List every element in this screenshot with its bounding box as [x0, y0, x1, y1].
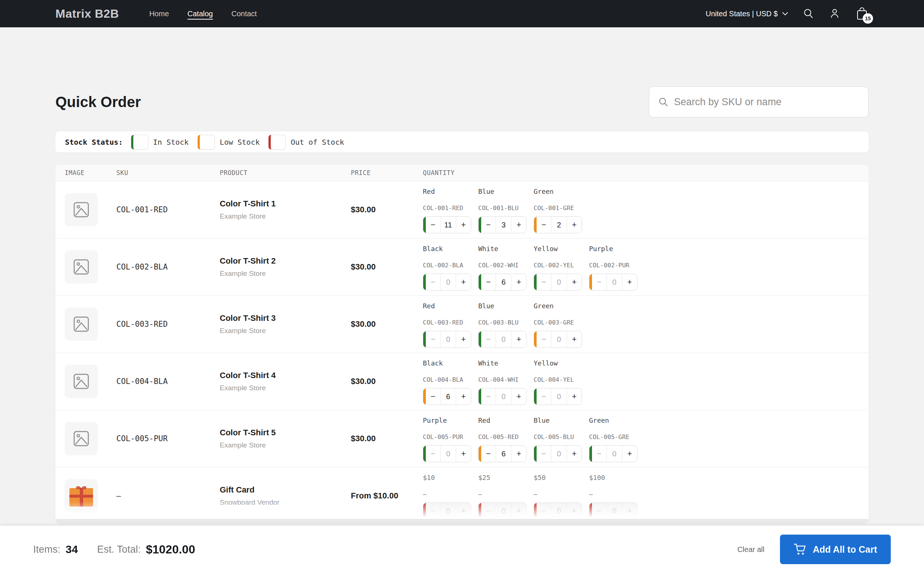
decrease-quantity-button[interactable]: −	[426, 274, 440, 290]
decrease-quantity-button[interactable]: −	[592, 274, 607, 290]
quantity-stepper[interactable]: − 0 +	[589, 503, 637, 520]
quantity-value[interactable]: 0	[607, 274, 622, 290]
decrease-quantity-button[interactable]: −	[426, 503, 440, 519]
increase-quantity-button[interactable]: +	[512, 217, 526, 233]
decrease-quantity-button[interactable]: −	[481, 388, 496, 405]
decrease-quantity-button[interactable]: −	[537, 331, 551, 348]
decrease-quantity-button[interactable]: −	[426, 446, 440, 462]
decrease-quantity-button[interactable]: −	[537, 503, 551, 519]
increase-quantity-button[interactable]: +	[622, 274, 637, 290]
quantity-value[interactable]: 0	[551, 503, 567, 519]
locale-currency-selector[interactable]: United States | USD $	[706, 9, 788, 18]
quantity-stepper[interactable]: − 0 +	[534, 445, 582, 462]
quantity-value[interactable]: 6	[440, 388, 456, 405]
quantity-stepper[interactable]: − 0 +	[423, 331, 471, 348]
decrease-quantity-button[interactable]: −	[537, 274, 551, 290]
quantity-stepper[interactable]: − 3 +	[478, 216, 527, 233]
quantity-value[interactable]: 0	[440, 446, 456, 462]
quantity-value[interactable]: 0	[440, 274, 456, 290]
quantity-value[interactable]: 0	[496, 503, 512, 519]
decrease-quantity-button[interactable]: −	[481, 331, 496, 348]
quantity-value[interactable]: 0	[607, 503, 622, 519]
increase-quantity-button[interactable]: +	[512, 503, 526, 519]
quantity-value[interactable]: 0	[551, 274, 567, 290]
increase-quantity-button[interactable]: +	[567, 274, 582, 290]
quantity-stepper[interactable]: − 0 +	[423, 445, 471, 462]
nav-contact[interactable]: Contact	[231, 9, 257, 18]
increase-quantity-button[interactable]: +	[456, 446, 471, 462]
increase-quantity-button[interactable]: +	[567, 217, 582, 233]
quantity-value[interactable]: 0	[551, 446, 567, 462]
nav-home[interactable]: Home	[149, 9, 169, 18]
logo[interactable]: Matrix B2B	[55, 7, 119, 21]
quantity-stepper[interactable]: − 0 +	[423, 503, 471, 520]
quantity-stepper[interactable]: − 11 +	[423, 216, 471, 233]
quantity-stepper[interactable]: − 0 +	[534, 331, 582, 348]
nav-catalog[interactable]: Catalog	[188, 9, 213, 18]
decrease-quantity-button[interactable]: −	[537, 446, 551, 462]
variants-row: Purple COL-005-PUR − 0 + Red COL-005-RED…	[423, 410, 869, 467]
quantity-value[interactable]: 0	[496, 388, 512, 405]
quantity-stepper[interactable]: − 0 +	[423, 274, 471, 291]
cart-button[interactable]: 15	[855, 7, 869, 21]
quantity-value[interactable]: 0	[440, 331, 456, 348]
decrease-quantity-button[interactable]: −	[481, 503, 496, 519]
quantity-stepper[interactable]: − 0 +	[589, 445, 637, 462]
quantity-value[interactable]: 0	[551, 388, 567, 405]
table-header-row: IMAGE SKU PRODUCT PRICE QUANTITY	[55, 165, 869, 181]
increase-quantity-button[interactable]: +	[567, 388, 582, 405]
decrease-quantity-button[interactable]: −	[592, 446, 607, 462]
decrease-quantity-button[interactable]: −	[537, 217, 551, 233]
increase-quantity-button[interactable]: +	[456, 388, 471, 405]
increase-quantity-button[interactable]: +	[512, 274, 526, 290]
quantity-stepper[interactable]: − 0 +	[534, 503, 582, 520]
account-button[interactable]	[829, 8, 841, 20]
quantity-stepper[interactable]: − 0 +	[589, 274, 637, 291]
decrease-quantity-button[interactable]: −	[426, 217, 440, 233]
increase-quantity-button[interactable]: +	[567, 446, 582, 462]
increase-quantity-button[interactable]: +	[622, 503, 637, 519]
quantity-value[interactable]: 2	[551, 217, 567, 233]
quantity-stepper[interactable]: − 0 +	[534, 274, 582, 291]
increase-quantity-button[interactable]: +	[512, 446, 526, 462]
decrease-quantity-button[interactable]: −	[481, 274, 496, 290]
decrease-quantity-button[interactable]: −	[537, 388, 551, 405]
quantity-value[interactable]: 6	[496, 274, 512, 290]
increase-quantity-button[interactable]: +	[456, 274, 471, 290]
increase-quantity-button[interactable]: +	[567, 503, 582, 519]
quantity-stepper[interactable]: − 0 +	[534, 388, 582, 405]
quantity-value[interactable]: 11	[440, 217, 456, 233]
sku-search-input[interactable]	[674, 96, 859, 108]
quantity-stepper[interactable]: − 6 +	[478, 445, 527, 462]
decrease-quantity-button[interactable]: −	[481, 446, 496, 462]
quantity-value[interactable]: 0	[496, 331, 512, 348]
clear-all-button[interactable]: Clear all	[738, 545, 764, 554]
quantity-stepper[interactable]: − 6 +	[423, 388, 471, 405]
increase-quantity-button[interactable]: +	[456, 217, 471, 233]
horizontal-scrollbar[interactable]	[55, 519, 869, 523]
quantity-value[interactable]: 6	[496, 446, 512, 462]
decrease-quantity-button[interactable]: −	[592, 503, 607, 519]
increase-quantity-button[interactable]: +	[512, 331, 526, 348]
decrease-quantity-button[interactable]: −	[426, 331, 440, 348]
quantity-stepper[interactable]: − 0 +	[478, 331, 527, 348]
increase-quantity-button[interactable]: +	[456, 503, 471, 519]
quantity-value[interactable]: 0	[440, 503, 456, 519]
decrease-quantity-button[interactable]: −	[481, 217, 496, 233]
increase-quantity-button[interactable]: +	[567, 331, 582, 348]
add-all-to-cart-button[interactable]: Add All to Cart	[780, 535, 891, 564]
increase-quantity-button[interactable]: +	[622, 446, 637, 462]
decrease-quantity-button[interactable]: −	[426, 388, 440, 405]
quantity-stepper[interactable]: − 0 +	[478, 388, 527, 405]
quantity-value[interactable]: 0	[551, 331, 567, 348]
increase-quantity-button[interactable]: +	[512, 388, 526, 405]
variant-sku: COL-005-BLU	[534, 434, 589, 440]
quantity-stepper[interactable]: − 0 +	[478, 503, 527, 520]
search-button[interactable]	[803, 8, 814, 19]
quantity-value[interactable]: 0	[607, 446, 622, 462]
increase-quantity-button[interactable]: +	[456, 331, 471, 348]
quantity-stepper[interactable]: − 6 +	[478, 274, 527, 291]
stock-status-bar	[479, 331, 481, 348]
quantity-stepper[interactable]: − 2 +	[534, 216, 582, 233]
quantity-value[interactable]: 3	[496, 217, 512, 233]
